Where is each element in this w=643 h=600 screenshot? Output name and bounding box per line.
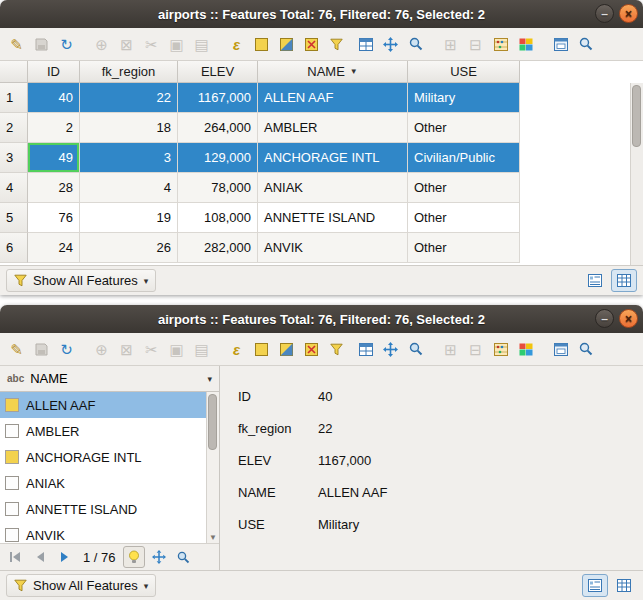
filter-button[interactable]	[324, 337, 349, 362]
column-header-id[interactable]: ID	[28, 61, 80, 83]
cell-name[interactable]: ANNETTE ISLAND	[258, 203, 408, 233]
options-button[interactable]	[573, 32, 598, 57]
delete-field-button[interactable]: ⊟	[463, 32, 488, 57]
deselect-all-button[interactable]	[299, 337, 324, 362]
cell-use[interactable]: Other	[408, 203, 520, 233]
reload-button[interactable]: ↻	[54, 32, 79, 57]
list-vertical-scrollbar[interactable]: ▼	[206, 392, 219, 543]
invert-selection-button[interactable]	[274, 337, 299, 362]
form-view-button[interactable]	[582, 574, 608, 597]
field-value[interactable]: 22	[318, 421, 332, 436]
zoom-to-selection-button[interactable]	[403, 32, 428, 57]
select-all-button[interactable]	[249, 337, 274, 362]
pan-to-selection-button[interactable]	[378, 337, 403, 362]
scroll-down-arrow-icon[interactable]: ▼	[207, 533, 219, 542]
invert-selection-button[interactable]	[274, 32, 299, 57]
form-view-button[interactable]	[582, 269, 608, 292]
new-field-button[interactable]: ⊞	[438, 337, 463, 362]
cell-use[interactable]: Other	[408, 173, 520, 203]
first-feature-button[interactable]	[4, 546, 26, 568]
column-header-fk-region[interactable]: fk_region	[80, 61, 178, 83]
cell-use[interactable]: Other	[408, 233, 520, 263]
cell-name[interactable]: ALLEN AAF	[258, 83, 408, 113]
conditional-formatting-button[interactable]	[513, 337, 538, 362]
cell-id[interactable]: 76	[28, 203, 80, 233]
cell-name[interactable]: ANCHORAGE INTL	[258, 143, 408, 173]
list-item[interactable]: AMBLER	[0, 418, 219, 444]
cell-id[interactable]: 40	[28, 83, 80, 113]
table-view-button[interactable]	[611, 269, 637, 292]
cut-button[interactable]: ✂	[139, 32, 164, 57]
toggle-editing-button[interactable]: ✎	[4, 337, 29, 362]
select-by-expression-button[interactable]: ε	[224, 32, 249, 57]
titlebar[interactable]: airports :: Features Total: 76, Filtered…	[0, 0, 643, 28]
column-header-name[interactable]: NAME▼	[258, 61, 408, 83]
cell-id[interactable]: 2	[28, 113, 80, 143]
minimize-button[interactable]: –	[595, 4, 614, 23]
save-edits-button[interactable]	[29, 32, 54, 57]
cell-use[interactable]: Civilian/Public	[408, 143, 520, 173]
preview-field-selector[interactable]: abc NAME ▾	[0, 366, 219, 391]
select-by-expression-button[interactable]: ε	[224, 337, 249, 362]
list-item[interactable]: ANCHORAGE INTL	[0, 444, 219, 470]
titlebar[interactable]: airports :: Features Total: 76, Filtered…	[0, 305, 643, 333]
scrollbar-thumb[interactable]	[632, 85, 641, 147]
field-calculator-button[interactable]	[488, 337, 513, 362]
save-edits-button[interactable]	[29, 337, 54, 362]
cell-elev[interactable]: 264,000	[178, 113, 258, 143]
row-number[interactable]: 2	[0, 113, 28, 143]
cell-fk-region[interactable]: 19	[80, 203, 178, 233]
list-item[interactable]: ANIAK	[0, 470, 219, 496]
copy-button[interactable]: ▣	[164, 32, 189, 57]
row-number[interactable]: 6	[0, 233, 28, 263]
field-calculator-button[interactable]	[488, 32, 513, 57]
cell-fk-region[interactable]: 18	[80, 113, 178, 143]
move-selection-top-button[interactable]	[353, 337, 378, 362]
field-value[interactable]: 40	[318, 389, 332, 404]
add-feature-button[interactable]: ⊕	[89, 32, 114, 57]
feature-filter-button[interactable]: Show All Features ▾	[6, 574, 156, 597]
feature-filter-button[interactable]: Show All Features ▾	[6, 269, 156, 292]
reload-button[interactable]: ↻	[54, 337, 79, 362]
paste-button[interactable]: ▤	[189, 337, 214, 362]
vertical-scrollbar[interactable]	[630, 83, 643, 265]
scrollbar-thumb[interactable]	[208, 394, 217, 450]
move-selection-top-button[interactable]	[353, 32, 378, 57]
delete-selected-button[interactable]: ⊠	[114, 337, 139, 362]
row-number[interactable]: 4	[0, 173, 28, 203]
delete-selected-button[interactable]: ⊠	[114, 32, 139, 57]
dock-table-button[interactable]	[548, 337, 573, 362]
row-number[interactable]: 3	[0, 143, 28, 173]
close-button[interactable]: ×	[619, 4, 638, 23]
deselect-all-button[interactable]	[299, 32, 324, 57]
toggle-editing-button[interactable]: ✎	[4, 32, 29, 57]
dock-table-button[interactable]	[548, 32, 573, 57]
feature-counter[interactable]: 1 / 76	[83, 550, 116, 565]
cell-elev[interactable]: 108,000	[178, 203, 258, 233]
cell-name[interactable]: ANIAK	[258, 173, 408, 203]
cell-fk-region[interactable]: 3	[80, 143, 178, 173]
list-item[interactable]: ANNETTE ISLAND	[0, 496, 219, 522]
cell-elev[interactable]: 282,000	[178, 233, 258, 263]
cell-elev[interactable]: 78,000	[178, 173, 258, 203]
cell-fk-region[interactable]: 22	[80, 83, 178, 113]
cell-use[interactable]: Other	[408, 113, 520, 143]
cut-button[interactable]: ✂	[139, 337, 164, 362]
header-corner[interactable]	[0, 61, 28, 83]
table-view-button[interactable]	[611, 574, 637, 597]
delete-field-button[interactable]: ⊟	[463, 337, 488, 362]
cell-id[interactable]: 28	[28, 173, 80, 203]
filter-button[interactable]	[324, 32, 349, 57]
cell-elev[interactable]: 1167,000	[178, 83, 258, 113]
paste-button[interactable]: ▤	[189, 32, 214, 57]
cell-id[interactable]: 24	[28, 233, 80, 263]
field-value[interactable]: 1167,000	[318, 453, 371, 468]
conditional-formatting-button[interactable]	[513, 32, 538, 57]
zoom-to-selection-button[interactable]	[403, 337, 428, 362]
field-value[interactable]: ALLEN AAF	[318, 485, 387, 500]
zoom-to-feature-button[interactable]	[173, 546, 195, 568]
row-number[interactable]: 1	[0, 83, 28, 113]
field-value[interactable]: Military	[318, 517, 359, 532]
list-item[interactable]: ALLEN AAF	[0, 392, 219, 418]
cell-fk-region[interactable]: 4	[80, 173, 178, 203]
